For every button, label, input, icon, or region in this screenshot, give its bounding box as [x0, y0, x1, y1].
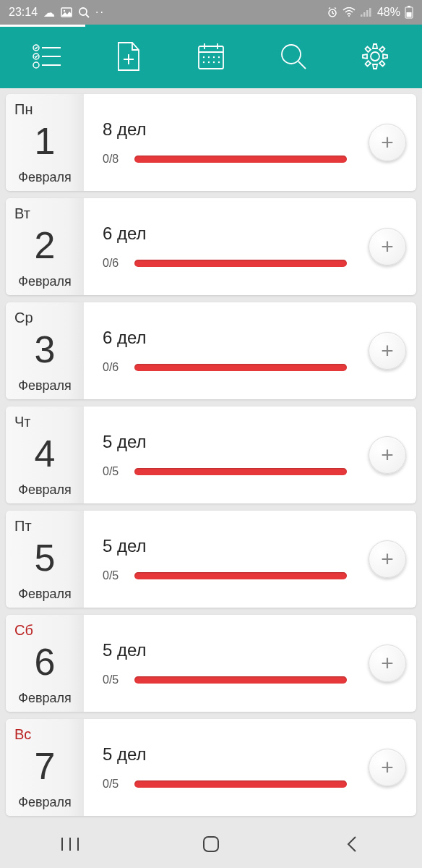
- date-column: Пт 5 Февраля: [6, 511, 84, 608]
- date-column: Пн 1 Февраля: [6, 94, 84, 191]
- svg-line-8: [335, 8, 336, 9]
- add-task-button[interactable]: +: [369, 644, 406, 682]
- date-column: Сб 6 Февраля: [6, 615, 84, 712]
- svg-rect-12: [366, 10, 369, 17]
- svg-point-9: [348, 15, 350, 17]
- battery-text: 48%: [377, 6, 400, 19]
- progress-bar: [134, 260, 347, 267]
- date-number: 7: [35, 747, 56, 785]
- add-column: +: [358, 302, 416, 399]
- status-indicator: [0, 25, 85, 27]
- task-column: 5 дел 0/5: [84, 511, 358, 608]
- progress-bar: [134, 156, 347, 163]
- progress-bar: [134, 364, 347, 371]
- search-status-icon: [78, 7, 90, 18]
- add-task-button[interactable]: +: [369, 124, 406, 161]
- alarm-icon: [327, 7, 338, 18]
- progress-row: 0/6: [103, 257, 347, 270]
- day-card[interactable]: Ср 3 Февраля 6 дел 0/6 +: [6, 302, 416, 399]
- svg-line-3: [86, 14, 89, 17]
- back-button[interactable]: [323, 830, 381, 859]
- date-number: 3: [35, 331, 56, 368]
- svg-point-30: [208, 56, 210, 58]
- day-card[interactable]: Вс 7 Февраля 5 дел 0/5 +: [6, 719, 416, 816]
- svg-line-6: [332, 13, 334, 14]
- day-card[interactable]: Пн 1 Февраля 8 дел 0/8 +: [6, 94, 416, 191]
- month-label: Февраля: [18, 587, 72, 602]
- add-task-button[interactable]: +: [369, 436, 406, 474]
- progress-row: 0/6: [103, 361, 347, 374]
- weekday-label: Вт: [14, 205, 30, 222]
- list-tab[interactable]: [30, 39, 64, 74]
- task-column: 8 дел 0/8: [84, 94, 358, 191]
- add-column: +: [358, 615, 416, 712]
- task-column: 6 дел 0/6: [84, 302, 358, 399]
- task-count: 5 дел: [103, 432, 347, 452]
- day-card[interactable]: Сб 6 Февраля 5 дел 0/5 +: [6, 615, 416, 712]
- progress-row: 0/5: [103, 569, 347, 582]
- add-column: +: [358, 719, 416, 816]
- svg-point-33: [203, 61, 204, 63]
- svg-rect-13: [369, 8, 371, 17]
- add-file-tab[interactable]: [111, 39, 146, 74]
- cloud-icon: ☁: [43, 6, 55, 20]
- task-column: 5 дел 0/5: [84, 407, 358, 503]
- date-number: 2: [35, 226, 56, 264]
- date-column: Вс 7 Февраля: [6, 719, 84, 816]
- add-task-button[interactable]: +: [369, 540, 406, 578]
- date-number: 4: [35, 435, 56, 472]
- task-count: 5 дел: [103, 640, 347, 660]
- dots-icon: ··: [95, 6, 105, 19]
- svg-point-34: [208, 61, 210, 63]
- svg-rect-16: [407, 12, 412, 17]
- day-card[interactable]: Пт 5 Февраля 5 дел 0/5 +: [6, 511, 416, 608]
- status-bar: 23:14 ☁ ·· 48%: [0, 0, 422, 25]
- svg-point-2: [79, 8, 87, 15]
- progress-row: 0/5: [103, 673, 347, 686]
- svg-point-37: [282, 45, 301, 64]
- progress-bar: [134, 676, 347, 684]
- add-task-button[interactable]: +: [369, 332, 406, 370]
- svg-point-32: [218, 56, 220, 58]
- task-count: 6 дел: [103, 328, 347, 348]
- weekday-label: Пн: [14, 101, 33, 118]
- recent-apps-button[interactable]: [41, 830, 99, 859]
- task-count: 6 дел: [103, 224, 347, 244]
- progress-text: 0/6: [103, 361, 124, 374]
- progress-bar: [134, 572, 347, 579]
- svg-point-35: [213, 61, 215, 63]
- task-column: 6 дел 0/6: [84, 198, 358, 295]
- progress-text: 0/8: [103, 153, 124, 166]
- month-label: Февраля: [18, 170, 72, 185]
- month-label: Февраля: [18, 691, 72, 706]
- task-column: 5 дел 0/5: [84, 719, 358, 816]
- nav-bar: [0, 820, 422, 868]
- settings-tab[interactable]: [358, 39, 392, 74]
- toolbar: [0, 25, 422, 88]
- signal-icon: [360, 7, 373, 17]
- weekday-label: Чт: [14, 414, 31, 430]
- home-button[interactable]: [182, 830, 240, 859]
- progress-bar: [134, 468, 347, 475]
- svg-line-7: [329, 8, 330, 9]
- day-card[interactable]: Вт 2 Февраля 6 дел 0/6 +: [6, 198, 416, 295]
- calendar-tab[interactable]: [194, 39, 228, 74]
- add-task-button[interactable]: +: [369, 228, 406, 265]
- date-column: Чт 4 Февраля: [6, 407, 84, 503]
- progress-text: 0/5: [103, 465, 124, 478]
- progress-text: 0/5: [103, 778, 124, 791]
- day-card[interactable]: Чт 4 Февраля 5 дел 0/5 +: [6, 407, 416, 503]
- add-task-button[interactable]: +: [369, 749, 406, 786]
- progress-bar: [134, 780, 347, 788]
- progress-row: 0/8: [103, 153, 347, 166]
- progress-text: 0/5: [103, 569, 124, 582]
- add-column: +: [358, 511, 416, 608]
- day-list[interactable]: Пн 1 Февраля 8 дел 0/8 + Вт 2 Февраля 6 …: [0, 88, 422, 820]
- svg-line-38: [298, 61, 306, 69]
- search-tab[interactable]: [276, 39, 311, 74]
- weekday-label: Ср: [14, 310, 33, 326]
- progress-text: 0/6: [103, 257, 124, 270]
- month-label: Февраля: [18, 274, 72, 289]
- progress-row: 0/5: [103, 778, 347, 791]
- add-column: +: [358, 198, 416, 295]
